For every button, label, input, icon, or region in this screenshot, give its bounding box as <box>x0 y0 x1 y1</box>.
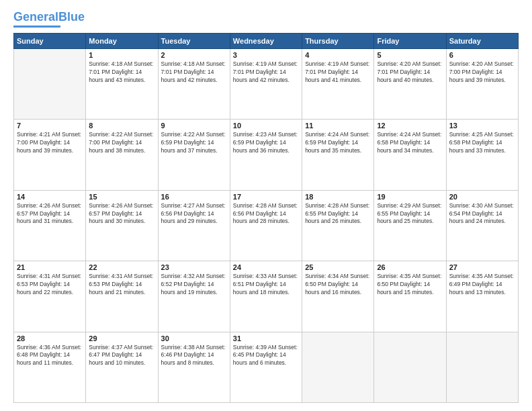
weekday-header-row: SundayMondayTuesdayWednesdayThursdayFrid… <box>14 33 519 48</box>
day-number: 8 <box>89 122 154 130</box>
calendar-cell: 27Sunrise: 4:35 AM Sunset: 6:49 PM Dayli… <box>446 261 518 332</box>
day-number: 18 <box>305 193 371 201</box>
cell-info: Sunrise: 4:38 AM Sunset: 6:46 PM Dayligh… <box>161 344 227 368</box>
calendar-cell: 8Sunrise: 4:22 AM Sunset: 7:00 PM Daylig… <box>86 120 158 190</box>
calendar-cell <box>374 332 446 402</box>
calendar-week-row: 21Sunrise: 4:31 AM Sunset: 6:53 PM Dayli… <box>14 261 519 332</box>
calendar-cell: 10Sunrise: 4:23 AM Sunset: 6:59 PM Dayli… <box>230 120 302 190</box>
calendar-table: SundayMondayTuesdayWednesdayThursdayFrid… <box>13 33 519 403</box>
weekday-header-tuesday: Tuesday <box>158 33 230 48</box>
calendar-cell <box>14 48 86 119</box>
day-number: 27 <box>449 263 515 271</box>
day-number: 22 <box>89 263 154 271</box>
cell-info: Sunrise: 4:28 AM Sunset: 6:55 PM Dayligh… <box>305 202 371 226</box>
calendar-cell: 4Sunrise: 4:19 AM Sunset: 7:01 PM Daylig… <box>302 48 374 119</box>
cell-info: Sunrise: 4:22 AM Sunset: 7:00 PM Dayligh… <box>89 131 154 155</box>
calendar-cell: 24Sunrise: 4:33 AM Sunset: 6:51 PM Dayli… <box>230 261 302 332</box>
calendar-cell: 12Sunrise: 4:24 AM Sunset: 6:58 PM Dayli… <box>374 120 446 190</box>
day-number: 2 <box>161 51 227 59</box>
weekday-header-friday: Friday <box>374 33 446 48</box>
day-number: 4 <box>305 51 371 59</box>
weekday-header-thursday: Thursday <box>302 33 374 48</box>
weekday-header-wednesday: Wednesday <box>230 33 302 48</box>
cell-info: Sunrise: 4:31 AM Sunset: 6:53 PM Dayligh… <box>17 273 83 297</box>
cell-info: Sunrise: 4:32 AM Sunset: 6:52 PM Dayligh… <box>161 273 227 297</box>
day-number: 5 <box>377 51 443 59</box>
cell-info: Sunrise: 4:27 AM Sunset: 6:56 PM Dayligh… <box>161 202 227 226</box>
calendar-cell: 3Sunrise: 4:19 AM Sunset: 7:01 PM Daylig… <box>230 48 302 119</box>
cell-info: Sunrise: 4:20 AM Sunset: 7:00 PM Dayligh… <box>449 60 515 85</box>
cell-info: Sunrise: 4:24 AM Sunset: 6:58 PM Dayligh… <box>377 131 443 155</box>
calendar-cell: 30Sunrise: 4:38 AM Sunset: 6:46 PM Dayli… <box>158 332 230 402</box>
calendar-cell: 31Sunrise: 4:39 AM Sunset: 6:45 PM Dayli… <box>230 332 302 402</box>
calendar-cell: 6Sunrise: 4:20 AM Sunset: 7:00 PM Daylig… <box>446 48 518 119</box>
weekday-header-monday: Monday <box>86 33 158 48</box>
logo: GeneralBlue <box>13 11 85 28</box>
calendar-cell: 18Sunrise: 4:28 AM Sunset: 6:55 PM Dayli… <box>302 190 374 261</box>
cell-info: Sunrise: 4:18 AM Sunset: 7:01 PM Dayligh… <box>161 60 227 85</box>
calendar-week-row: 28Sunrise: 4:36 AM Sunset: 6:48 PM Dayli… <box>14 332 519 402</box>
cell-info: Sunrise: 4:30 AM Sunset: 6:54 PM Dayligh… <box>449 202 515 226</box>
cell-info: Sunrise: 4:33 AM Sunset: 6:51 PM Dayligh… <box>233 273 299 297</box>
calendar-cell <box>446 332 518 402</box>
day-number: 21 <box>17 263 83 271</box>
logo-text: GeneralBlue <box>13 11 85 24</box>
calendar-cell: 28Sunrise: 4:36 AM Sunset: 6:48 PM Dayli… <box>14 332 86 402</box>
day-number: 1 <box>89 51 154 59</box>
day-number: 12 <box>377 122 443 130</box>
day-number: 25 <box>305 263 371 271</box>
cell-info: Sunrise: 4:21 AM Sunset: 7:00 PM Dayligh… <box>17 131 83 155</box>
cell-info: Sunrise: 4:36 AM Sunset: 6:48 PM Dayligh… <box>17 344 83 368</box>
calendar-cell: 15Sunrise: 4:26 AM Sunset: 6:57 PM Dayli… <box>86 190 158 261</box>
cell-info: Sunrise: 4:22 AM Sunset: 6:59 PM Dayligh… <box>161 131 227 155</box>
calendar-cell: 29Sunrise: 4:37 AM Sunset: 6:47 PM Dayli… <box>86 332 158 402</box>
calendar-cell: 17Sunrise: 4:28 AM Sunset: 6:56 PM Dayli… <box>230 190 302 261</box>
day-number: 29 <box>89 334 154 342</box>
calendar-cell: 11Sunrise: 4:24 AM Sunset: 6:59 PM Dayli… <box>302 120 374 190</box>
day-number: 11 <box>305 122 371 130</box>
cell-info: Sunrise: 4:39 AM Sunset: 6:45 PM Dayligh… <box>233 344 299 368</box>
day-number: 31 <box>233 334 299 342</box>
calendar-week-row: 1Sunrise: 4:18 AM Sunset: 7:01 PM Daylig… <box>14 48 519 119</box>
day-number: 10 <box>233 122 299 130</box>
calendar-cell: 22Sunrise: 4:31 AM Sunset: 6:53 PM Dayli… <box>86 261 158 332</box>
calendar-cell: 19Sunrise: 4:29 AM Sunset: 6:55 PM Dayli… <box>374 190 446 261</box>
cell-info: Sunrise: 4:20 AM Sunset: 7:01 PM Dayligh… <box>377 60 443 85</box>
day-number: 7 <box>17 122 83 130</box>
day-number: 13 <box>449 122 515 130</box>
day-number: 30 <box>161 334 227 342</box>
logo-underline <box>13 26 60 28</box>
weekday-header-saturday: Saturday <box>446 33 518 48</box>
day-number: 17 <box>233 193 299 201</box>
day-number: 9 <box>161 122 227 130</box>
cell-info: Sunrise: 4:35 AM Sunset: 6:50 PM Dayligh… <box>377 273 443 297</box>
calendar-cell: 1Sunrise: 4:18 AM Sunset: 7:01 PM Daylig… <box>86 48 158 119</box>
calendar-cell: 13Sunrise: 4:25 AM Sunset: 6:58 PM Dayli… <box>446 120 518 190</box>
cell-info: Sunrise: 4:29 AM Sunset: 6:55 PM Dayligh… <box>377 202 443 226</box>
header: GeneralBlue <box>13 11 519 28</box>
day-number: 24 <box>233 263 299 271</box>
calendar-cell: 5Sunrise: 4:20 AM Sunset: 7:01 PM Daylig… <box>374 48 446 119</box>
cell-info: Sunrise: 4:23 AM Sunset: 6:59 PM Dayligh… <box>233 131 299 155</box>
calendar-cell: 9Sunrise: 4:22 AM Sunset: 6:59 PM Daylig… <box>158 120 230 190</box>
cell-info: Sunrise: 4:24 AM Sunset: 6:59 PM Dayligh… <box>305 131 371 155</box>
cell-info: Sunrise: 4:34 AM Sunset: 6:50 PM Dayligh… <box>305 273 371 297</box>
logo-blue: Blue <box>58 10 85 24</box>
page: GeneralBlue SundayMondayTuesdayWednesday… <box>0 0 532 411</box>
day-number: 15 <box>89 193 154 201</box>
calendar-cell <box>302 332 374 402</box>
calendar-cell: 21Sunrise: 4:31 AM Sunset: 6:53 PM Dayli… <box>14 261 86 332</box>
day-number: 3 <box>233 51 299 59</box>
day-number: 19 <box>377 193 443 201</box>
logo-general: General <box>13 10 58 24</box>
cell-info: Sunrise: 4:19 AM Sunset: 7:01 PM Dayligh… <box>305 60 371 85</box>
cell-info: Sunrise: 4:26 AM Sunset: 6:57 PM Dayligh… <box>17 202 83 226</box>
day-number: 6 <box>449 51 515 59</box>
weekday-header-sunday: Sunday <box>14 33 86 48</box>
calendar-cell: 25Sunrise: 4:34 AM Sunset: 6:50 PM Dayli… <box>302 261 374 332</box>
calendar-cell: 7Sunrise: 4:21 AM Sunset: 7:00 PM Daylig… <box>14 120 86 190</box>
cell-info: Sunrise: 4:18 AM Sunset: 7:01 PM Dayligh… <box>89 60 154 85</box>
day-number: 26 <box>377 263 443 271</box>
cell-info: Sunrise: 4:19 AM Sunset: 7:01 PM Dayligh… <box>233 60 299 85</box>
day-number: 23 <box>161 263 227 271</box>
